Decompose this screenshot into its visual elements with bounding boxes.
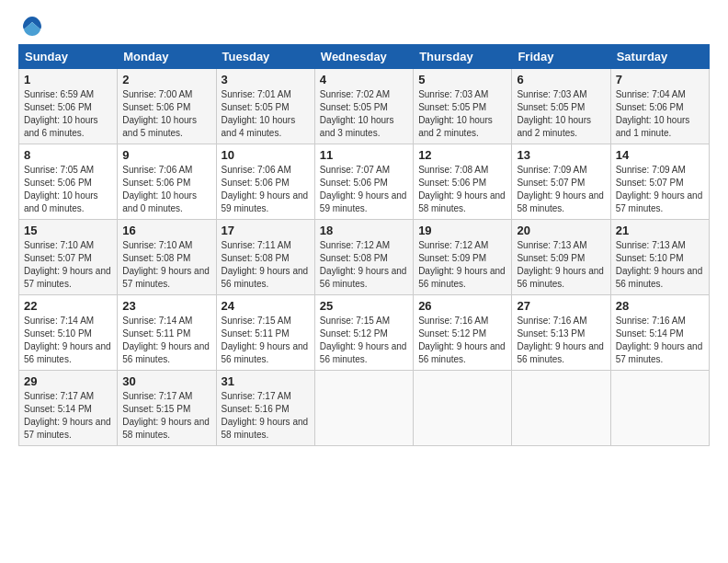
cell-content: Sunrise: 7:17 AMSunset: 5:15 PMDaylight:… <box>122 390 210 442</box>
day-number: 29 <box>24 374 112 388</box>
day-number: 8 <box>24 148 112 162</box>
calendar-cell: 14Sunrise: 7:09 AMSunset: 5:07 PMDayligh… <box>610 144 709 220</box>
calendar-cell: 29Sunrise: 7:17 AMSunset: 5:14 PMDayligh… <box>19 371 118 446</box>
day-number: 30 <box>122 374 210 388</box>
day-number: 11 <box>320 148 408 162</box>
week-row-5: 29Sunrise: 7:17 AMSunset: 5:14 PMDayligh… <box>19 371 710 446</box>
cell-content: Sunrise: 7:16 AMSunset: 5:12 PMDaylight:… <box>418 315 506 366</box>
calendar-cell: 3Sunrise: 7:01 AMSunset: 5:05 PMDaylight… <box>216 69 314 144</box>
cell-content: Sunrise: 7:14 AMSunset: 5:10 PMDaylight:… <box>24 315 112 366</box>
cell-content: Sunrise: 6:59 AMSunset: 5:06 PMDaylight:… <box>24 88 112 140</box>
day-number: 6 <box>517 73 605 86</box>
cell-content: Sunrise: 7:15 AMSunset: 5:12 PMDaylight:… <box>320 315 408 366</box>
cell-content: Sunrise: 7:03 AMSunset: 5:05 PMDaylight:… <box>517 88 605 140</box>
day-number: 15 <box>24 224 112 237</box>
cell-content: Sunrise: 7:09 AMSunset: 5:07 PMDaylight:… <box>517 164 605 215</box>
cell-content: Sunrise: 7:15 AMSunset: 5:11 PMDaylight:… <box>222 315 310 366</box>
cell-content: Sunrise: 7:04 AMSunset: 5:06 PMDaylight:… <box>616 88 704 140</box>
calendar-cell: 8Sunrise: 7:05 AMSunset: 5:06 PMDaylight… <box>19 144 118 220</box>
day-number: 14 <box>616 148 704 162</box>
weekday-sunday: Sunday <box>19 45 118 69</box>
weekday-saturday: Saturday <box>610 45 709 69</box>
day-number: 23 <box>122 299 210 313</box>
calendar-cell: 9Sunrise: 7:06 AMSunset: 5:06 PMDaylight… <box>118 144 216 220</box>
day-number: 26 <box>418 299 506 313</box>
day-number: 5 <box>418 73 506 86</box>
day-number: 1 <box>24 73 112 86</box>
weekday-header-row: SundayMondayTuesdayWednesdayThursdayFrid… <box>19 45 710 69</box>
weekday-thursday: Thursday <box>414 45 512 69</box>
cell-content: Sunrise: 7:07 AMSunset: 5:06 PMDaylight:… <box>320 164 408 215</box>
calendar-cell: 7Sunrise: 7:04 AMSunset: 5:06 PMDaylight… <box>610 69 709 144</box>
cell-content: Sunrise: 7:10 AMSunset: 5:08 PMDaylight:… <box>122 239 210 291</box>
day-number: 27 <box>517 299 605 313</box>
day-number: 20 <box>517 224 605 237</box>
calendar-cell: 11Sunrise: 7:07 AMSunset: 5:06 PMDayligh… <box>314 144 413 220</box>
week-row-2: 8Sunrise: 7:05 AMSunset: 5:06 PMDaylight… <box>19 144 710 220</box>
week-row-1: 1Sunrise: 6:59 AMSunset: 5:06 PMDaylight… <box>19 69 710 144</box>
calendar-cell: 31Sunrise: 7:17 AMSunset: 5:16 PMDayligh… <box>216 371 314 446</box>
calendar-cell: 19Sunrise: 7:12 AMSunset: 5:09 PMDayligh… <box>414 220 512 295</box>
calendar-cell: 22Sunrise: 7:14 AMSunset: 5:10 PMDayligh… <box>19 295 118 371</box>
calendar-cell: 30Sunrise: 7:17 AMSunset: 5:15 PMDayligh… <box>118 371 216 446</box>
week-row-3: 15Sunrise: 7:10 AMSunset: 5:07 PMDayligh… <box>19 220 710 295</box>
calendar-cell: 26Sunrise: 7:16 AMSunset: 5:12 PMDayligh… <box>414 295 512 371</box>
day-number: 9 <box>122 148 210 162</box>
calendar-cell: 21Sunrise: 7:13 AMSunset: 5:10 PMDayligh… <box>610 220 709 295</box>
cell-content: Sunrise: 7:13 AMSunset: 5:10 PMDaylight:… <box>616 239 704 291</box>
calendar-cell: 12Sunrise: 7:08 AMSunset: 5:06 PMDayligh… <box>414 144 512 220</box>
calendar-cell: 24Sunrise: 7:15 AMSunset: 5:11 PMDayligh… <box>216 295 314 371</box>
calendar-cell: 18Sunrise: 7:12 AMSunset: 5:08 PMDayligh… <box>314 220 413 295</box>
cell-content: Sunrise: 7:17 AMSunset: 5:14 PMDaylight:… <box>24 390 112 442</box>
weekday-wednesday: Wednesday <box>314 45 413 69</box>
calendar-cell: 15Sunrise: 7:10 AMSunset: 5:07 PMDayligh… <box>19 220 118 295</box>
calendar-cell: 2Sunrise: 7:00 AMSunset: 5:06 PMDaylight… <box>118 69 216 144</box>
day-number: 17 <box>222 224 310 237</box>
day-number: 21 <box>616 224 704 237</box>
logo-icon <box>20 15 44 39</box>
day-number: 31 <box>222 374 310 388</box>
cell-content: Sunrise: 7:09 AMSunset: 5:07 PMDaylight:… <box>616 164 704 215</box>
cell-content: Sunrise: 7:01 AMSunset: 5:05 PMDaylight:… <box>222 88 310 140</box>
cell-content: Sunrise: 7:14 AMSunset: 5:11 PMDaylight:… <box>122 315 210 366</box>
day-number: 19 <box>418 224 506 237</box>
header <box>18 15 710 35</box>
cell-content: Sunrise: 7:03 AMSunset: 5:05 PMDaylight:… <box>418 88 506 140</box>
calendar-cell: 4Sunrise: 7:02 AMSunset: 5:05 PMDaylight… <box>314 69 413 144</box>
day-number: 13 <box>517 148 605 162</box>
cell-content: Sunrise: 7:16 AMSunset: 5:14 PMDaylight:… <box>616 315 704 366</box>
day-number: 25 <box>320 299 408 313</box>
cell-content: Sunrise: 7:12 AMSunset: 5:09 PMDaylight:… <box>418 239 506 291</box>
day-number: 28 <box>616 299 704 313</box>
calendar-cell: 6Sunrise: 7:03 AMSunset: 5:05 PMDaylight… <box>512 69 610 144</box>
calendar-cell <box>414 371 512 446</box>
cell-content: Sunrise: 7:17 AMSunset: 5:16 PMDaylight:… <box>222 390 310 442</box>
calendar-cell: 20Sunrise: 7:13 AMSunset: 5:09 PMDayligh… <box>512 220 610 295</box>
day-number: 24 <box>222 299 310 313</box>
day-number: 4 <box>320 73 408 86</box>
day-number: 3 <box>222 73 310 86</box>
calendar-cell: 27Sunrise: 7:16 AMSunset: 5:13 PMDayligh… <box>512 295 610 371</box>
weekday-monday: Monday <box>118 45 216 69</box>
page: SundayMondayTuesdayWednesdayThursdayFrid… <box>0 0 728 563</box>
day-number: 16 <box>122 224 210 237</box>
calendar-cell: 10Sunrise: 7:06 AMSunset: 5:06 PMDayligh… <box>216 144 314 220</box>
cell-content: Sunrise: 7:06 AMSunset: 5:06 PMDaylight:… <box>122 164 210 215</box>
calendar: SundayMondayTuesdayWednesdayThursdayFrid… <box>18 44 710 446</box>
logo <box>18 15 44 35</box>
day-number: 18 <box>320 224 408 237</box>
cell-content: Sunrise: 7:00 AMSunset: 5:06 PMDaylight:… <box>122 88 210 140</box>
calendar-cell: 1Sunrise: 6:59 AMSunset: 5:06 PMDaylight… <box>19 69 118 144</box>
calendar-cell <box>610 371 709 446</box>
calendar-cell: 25Sunrise: 7:15 AMSunset: 5:12 PMDayligh… <box>314 295 413 371</box>
week-row-4: 22Sunrise: 7:14 AMSunset: 5:10 PMDayligh… <box>19 295 710 371</box>
cell-content: Sunrise: 7:11 AMSunset: 5:08 PMDaylight:… <box>222 239 310 291</box>
day-number: 12 <box>418 148 506 162</box>
day-number: 10 <box>222 148 310 162</box>
calendar-cell: 16Sunrise: 7:10 AMSunset: 5:08 PMDayligh… <box>118 220 216 295</box>
calendar-cell <box>512 371 610 446</box>
cell-content: Sunrise: 7:02 AMSunset: 5:05 PMDaylight:… <box>320 88 408 140</box>
day-number: 2 <box>122 73 210 86</box>
calendar-cell: 5Sunrise: 7:03 AMSunset: 5:05 PMDaylight… <box>414 69 512 144</box>
calendar-cell: 28Sunrise: 7:16 AMSunset: 5:14 PMDayligh… <box>610 295 709 371</box>
